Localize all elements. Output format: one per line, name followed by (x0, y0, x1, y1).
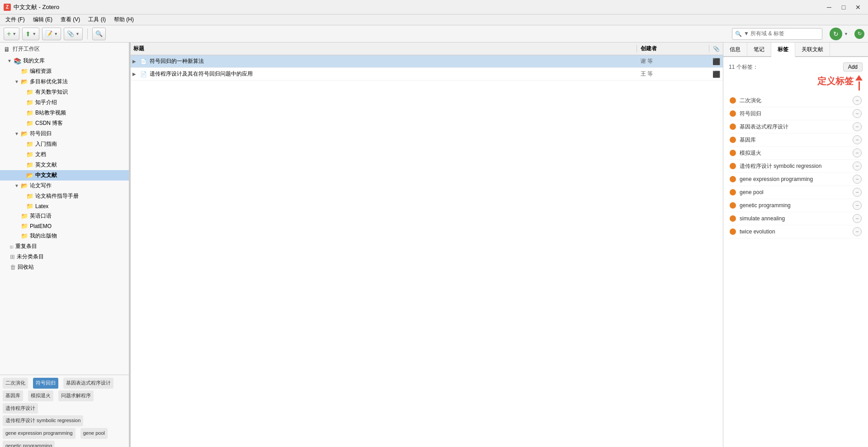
tag-remove-gene-expr-en[interactable]: − (853, 175, 862, 184)
sidebar-item-en-lit[interactable]: 📁 英文文献 (0, 160, 129, 170)
add-tag-button[interactable]: Add (843, 62, 863, 71)
tab-info[interactable]: 信息 (723, 43, 747, 56)
folder-icon: 📁 (26, 109, 33, 116)
sidebar-item-my-pub[interactable]: 📁 我的出版物 (0, 231, 129, 241)
sidebar-item-biancheng[interactable]: 📁 编程资源 (0, 66, 129, 76)
tag-remove-genetic-prog-en[interactable]: − (853, 201, 862, 210)
tag-row-genetic-prog-sym: 遗传程序设计 symbolic regression − (729, 160, 863, 173)
sidebar-item-bsite[interactable]: 📁 B站教学视频 (0, 108, 129, 118)
attach-icon: 📎 (713, 46, 720, 52)
attach-button[interactable]: 📎 ▼ (64, 28, 83, 40)
online-indicator[interactable]: ↻ (854, 29, 864, 39)
workspace-header[interactable]: 🖥 打开工作区 (0, 43, 129, 56)
folder-icon: 📁 (26, 89, 33, 95)
tag-gene-expr[interactable]: 基因表达式程序设计 (63, 378, 113, 389)
tag-genetic-prog[interactable]: 遗传程序设计 (3, 403, 38, 414)
tag-dot-genetic-prog-sym (730, 163, 736, 169)
tag-simulate[interactable]: 模拟退火 (28, 390, 53, 401)
tag-erci-evo[interactable]: 二次演化 (3, 378, 28, 389)
sidebar-item-label: 文档 (35, 151, 46, 158)
sidebar-item-zhihu[interactable]: 📁 知乎介绍 (0, 97, 129, 108)
list-item-1[interactable]: ▶ 📄 符号回归的一种新算法 谢 等 ⬛ (130, 55, 723, 68)
menu-edit[interactable]: 编辑 (E) (29, 15, 56, 24)
menu-file[interactable]: 文件 (F) (2, 15, 28, 24)
maximize-button[interactable]: □ (837, 1, 850, 14)
menu-help[interactable]: 帮助 (H) (110, 15, 137, 24)
sidebar-item-label: 知乎介绍 (35, 99, 57, 106)
tag-symbol-reg-active[interactable]: 符号回归 (33, 378, 58, 389)
sidebar-item-platemo[interactable]: 📁 PlatEMO (0, 221, 129, 231)
tag-gene-pool-en[interactable]: gene pool (80, 428, 108, 439)
tag-gene-expr-prog[interactable]: gene expression programming (3, 428, 75, 439)
import-button[interactable]: ⬆ ▼ (22, 28, 39, 40)
close-button[interactable]: ✕ (852, 1, 864, 14)
tag-remove-gene-pool-en[interactable]: − (853, 188, 862, 197)
tags-header: 11 个标签： Add (729, 62, 863, 71)
sidebar-item-math-know[interactable]: 📁 有关数学知识 (0, 87, 129, 97)
tag-dot-gene-expr-en (730, 176, 736, 182)
folder-icon: 📁 (21, 213, 28, 219)
tag-name-gene-pool: 基因库 (740, 136, 853, 144)
tag-remove-simulate[interactable]: − (853, 148, 862, 157)
tag-row-erci-evo: 二次演化 − (729, 94, 863, 107)
tag-gene-pool[interactable]: 基因库 (3, 390, 23, 401)
tag-remove-simulate-ann[interactable]: − (853, 214, 862, 223)
minimize-button[interactable]: ─ (823, 1, 835, 14)
sidebar-item-multi-opt[interactable]: ▼ 📂 多目标优化算法 (0, 76, 129, 87)
tag-remove-twice-evo[interactable]: − (853, 227, 862, 236)
sync-button[interactable]: ↻ (830, 28, 842, 40)
item-type-icon-1: 📄 (139, 58, 148, 65)
attach-indicator-1: ⬛ (712, 58, 720, 65)
sidebar-item-label: 回收站 (18, 263, 34, 271)
item-attach-1: ⬛ (709, 58, 723, 65)
tab-tags[interactable]: 标签 (771, 43, 795, 57)
tag-remove-genetic-prog-sym[interactable]: − (853, 162, 862, 171)
tag-remove-gene-pool[interactable]: − (853, 135, 862, 144)
sidebar-item-my-library[interactable]: ▼ 📚 我的文库 (0, 56, 129, 66)
sidebar-resize-handle[interactable] (129, 43, 130, 447)
note-icon: 📝 (45, 30, 52, 37)
tag-genetic-prog-en[interactable]: genetic programming (3, 441, 55, 447)
tag-row-genetic-prog-en: genetic programming − (729, 199, 863, 212)
new-note-button[interactable]: 📝 ▼ (42, 28, 61, 40)
tag-dot-gene-expr (730, 124, 736, 130)
sidebar-item-docs[interactable]: 📁 文档 (0, 149, 129, 160)
tag-row-simulate-ann: simulate annealing − (729, 212, 863, 225)
tab-notes-label: 笔记 (754, 46, 764, 53)
menu-tools[interactable]: 工具 (I) (85, 15, 109, 24)
sidebar-item-paper-guide[interactable]: 📁 论文稿件指导手册 (0, 191, 129, 201)
column-creator[interactable]: 创建者 (637, 45, 709, 52)
sidebar-item-trash[interactable]: 🗑 回收站 (0, 262, 129, 272)
locate-button[interactable]: 🔍 (92, 28, 106, 40)
item-attach-2: ⬛ (709, 71, 723, 78)
sidebar-item-english[interactable]: 📁 英语口语 (0, 211, 129, 221)
tag-remove-gene-expr[interactable]: − (853, 122, 862, 131)
sidebar-item-intro[interactable]: 📁 入门指南 (0, 139, 129, 149)
tag-row-symbol-reg: 符号回归 − (729, 107, 863, 120)
sidebar-item-unclassified[interactable]: ⊞ 未分类条目 (0, 252, 129, 262)
tag-problem-solve[interactable]: 问题求解程序 (58, 390, 94, 401)
item-type-icon-2: 📄 (139, 71, 148, 77)
sidebar-item-paper-write[interactable]: ▼ 📂 论文写作 (0, 181, 129, 191)
sidebar-item-latex[interactable]: 📁 Latex (0, 201, 129, 211)
tab-related[interactable]: 关联文献 (795, 43, 830, 56)
tab-notes[interactable]: 笔记 (747, 43, 771, 56)
sidebar-item-label: 符号回归 (30, 130, 52, 138)
sidebar-item-duplicates[interactable]: ⎄ 重复条目 (0, 241, 129, 252)
column-title[interactable]: 标题 (130, 45, 637, 52)
folder-icon: 📁 (26, 162, 33, 168)
sidebar-item-symbol-reg[interactable]: ▼ 📂 符号回归 (0, 128, 129, 139)
duplicate-icon: ⎄ (10, 243, 14, 250)
search-bar[interactable]: 🔍 ▼ 所有域 & 标签 (732, 28, 822, 40)
sidebar-item-csdn[interactable]: 📁 CSDN 博客 (0, 118, 129, 128)
import-icon: ⬆ (25, 30, 31, 38)
tag-remove-symbol-reg[interactable]: − (853, 109, 862, 118)
sidebar-item-zh-lit[interactable]: 📂 中文文献 (0, 170, 129, 181)
menu-view[interactable]: 查看 (V) (57, 15, 84, 24)
new-item-button[interactable]: + 新建条目 ▼ (4, 28, 19, 40)
sync-dropdown[interactable]: ▼ (844, 32, 848, 36)
tag-remove-erci-evo[interactable]: − (853, 96, 862, 105)
folder-icon: 📁 (26, 203, 33, 209)
list-item-2[interactable]: ▶ 📄 遗传程序设计及其在符号回归问题中的应用 王 等 ⬛ (130, 68, 723, 81)
tag-genetic-prog-sym[interactable]: 遗传程序设计 symbolic regression (3, 415, 83, 426)
